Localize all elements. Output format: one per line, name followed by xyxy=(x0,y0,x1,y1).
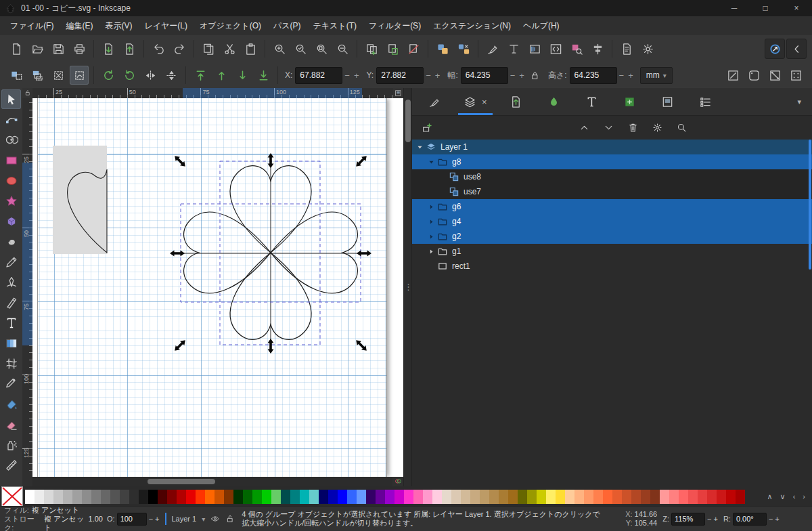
palette-swatch[interactable] xyxy=(252,490,262,504)
palette-swatch[interactable] xyxy=(53,490,63,504)
minimize-button[interactable]: ─ xyxy=(719,0,750,16)
document-properties-button[interactable] xyxy=(617,39,636,58)
zoom-input[interactable]: 115% xyxy=(671,513,705,526)
palette-swatch[interactable] xyxy=(499,490,508,504)
mesh-tool[interactable] xyxy=(1,354,21,373)
palette-swatch[interactable] xyxy=(612,490,622,504)
panel-scrollbar[interactable] xyxy=(809,140,811,270)
palette-swatch[interactable] xyxy=(224,490,233,504)
menu-item-ファイル(F)[interactable]: ファイル(F) xyxy=(4,17,60,35)
palette-swatch[interactable] xyxy=(110,490,120,504)
menu-item-エクステンション(N)[interactable]: エクステンション(N) xyxy=(427,17,517,35)
duplicate-button[interactable] xyxy=(362,39,381,58)
touch-selection-button[interactable] xyxy=(70,66,89,85)
palette-swatch[interactable] xyxy=(91,490,101,504)
transform-patterns-button[interactable] xyxy=(786,66,805,85)
flip-horizontal-button[interactable] xyxy=(141,66,160,85)
palette-swatch[interactable] xyxy=(281,490,290,504)
fill-stroke-indicator[interactable]: フィル: 複 アンセット ストローク: 複 アンセット 1.00 xyxy=(0,506,107,531)
dropper-tool[interactable] xyxy=(1,374,21,394)
menu-item-編集(E)[interactable]: 編集(E) xyxy=(60,17,99,35)
palette-prev-icon[interactable]: ‹ xyxy=(793,492,796,501)
text-dialog-button[interactable] xyxy=(504,39,523,58)
align-distribute-button[interactable] xyxy=(588,39,607,58)
unlink-clone-button[interactable] xyxy=(404,39,423,58)
guide-lock-icon[interactable] xyxy=(24,89,31,98)
gradient-dialog-button[interactable] xyxy=(525,39,544,58)
palette-down-icon[interactable]: ∨ xyxy=(780,492,786,501)
lower-button[interactable] xyxy=(233,66,252,85)
text-tool[interactable] xyxy=(1,313,21,333)
redo-button[interactable] xyxy=(170,39,189,58)
palette-swatch[interactable] xyxy=(385,490,394,504)
calligraphy-tool[interactable] xyxy=(1,293,21,312)
palette-swatch[interactable] xyxy=(660,490,669,504)
palette-swatch[interactable] xyxy=(82,490,91,504)
cut-button[interactable] xyxy=(220,39,239,58)
tab-text[interactable] xyxy=(578,88,606,115)
tab-document[interactable] xyxy=(654,88,682,115)
palette-swatch[interactable] xyxy=(196,490,205,504)
lock-ratio-button[interactable] xyxy=(527,67,543,83)
palette-swatch[interactable] xyxy=(432,490,442,504)
xml-editor-button[interactable] xyxy=(546,39,565,58)
y-input[interactable]: 27.882 xyxy=(376,67,424,84)
opacity-plus-button[interactable]: + xyxy=(155,515,159,523)
spiral-tool[interactable] xyxy=(1,232,21,251)
palette-swatch[interactable] xyxy=(328,490,338,504)
rect1-object[interactable] xyxy=(53,146,107,254)
palette-swatch[interactable] xyxy=(376,490,385,504)
layer-row-g2[interactable]: g2 xyxy=(412,229,812,244)
caret-right-icon[interactable] xyxy=(426,233,436,240)
palette-swatch[interactable] xyxy=(546,490,556,504)
select-all-button[interactable] xyxy=(7,66,26,85)
horizontal-scrollbar-thumb[interactable] xyxy=(148,479,215,484)
horizontal-ruler[interactable]: 255075100125 xyxy=(32,88,393,99)
palette-swatch[interactable] xyxy=(631,490,641,504)
palette-swatch[interactable] xyxy=(508,490,518,504)
palette-swatch[interactable] xyxy=(650,490,660,504)
flip-vertical-button[interactable] xyxy=(162,66,181,85)
palette-swatch[interactable] xyxy=(717,490,726,504)
document-save-button[interactable] xyxy=(49,39,68,58)
palette-swatch[interactable] xyxy=(736,490,745,504)
close-button[interactable]: × xyxy=(781,0,812,16)
paste-button[interactable] xyxy=(241,39,260,58)
palette-swatch[interactable] xyxy=(603,490,612,504)
palette-swatch[interactable] xyxy=(442,490,451,504)
palette-swatch[interactable] xyxy=(63,490,72,504)
titlebar[interactable]: 01 -00 - コピー.svg - Inkscape ─ □ × xyxy=(0,0,812,16)
opacity-input[interactable]: 100 xyxy=(117,513,147,526)
layer-visibility-icon[interactable] xyxy=(210,514,220,524)
node-tool[interactable] xyxy=(1,110,21,129)
preferences-button[interactable] xyxy=(638,39,657,58)
palette-swatch[interactable] xyxy=(641,490,650,504)
create-clone-button[interactable] xyxy=(383,39,402,58)
move-up-button[interactable] xyxy=(576,119,592,135)
menu-item-ヘルプ(H)[interactable]: ヘルプ(H) xyxy=(517,17,566,35)
palette-swatch[interactable] xyxy=(423,490,432,504)
print-button[interactable] xyxy=(70,39,89,58)
palette-swatch[interactable] xyxy=(470,490,480,504)
deselect-button[interactable] xyxy=(49,66,68,85)
menu-item-オブジェクト(O)[interactable]: オブジェクト(O) xyxy=(194,17,267,35)
pen-tool[interactable] xyxy=(1,272,21,292)
vertical-scrollbar-thumb[interactable] xyxy=(405,100,411,142)
caret-down-icon[interactable] xyxy=(426,158,436,166)
palette-swatch[interactable] xyxy=(556,490,565,504)
palette-swatch[interactable] xyxy=(319,490,328,504)
palette-swatch[interactable] xyxy=(707,490,717,504)
palette-swatch[interactable] xyxy=(451,490,461,504)
group-button[interactable] xyxy=(433,39,452,58)
export-button[interactable] xyxy=(120,39,139,58)
palette-swatch[interactable] xyxy=(338,490,347,504)
zoom-drawing-button[interactable] xyxy=(291,39,310,58)
pencil-tool[interactable] xyxy=(1,252,21,272)
vertical-ruler[interactable]: 255075100125 xyxy=(22,98,33,477)
palette-swatch[interactable] xyxy=(233,490,243,504)
caret-right-icon[interactable] xyxy=(426,203,436,211)
palette-swatch[interactable] xyxy=(413,490,423,504)
snap-collapse-button[interactable] xyxy=(786,39,807,59)
opacity-minus-button[interactable]: − xyxy=(149,515,153,523)
width-minus-button[interactable]: − xyxy=(508,70,518,81)
